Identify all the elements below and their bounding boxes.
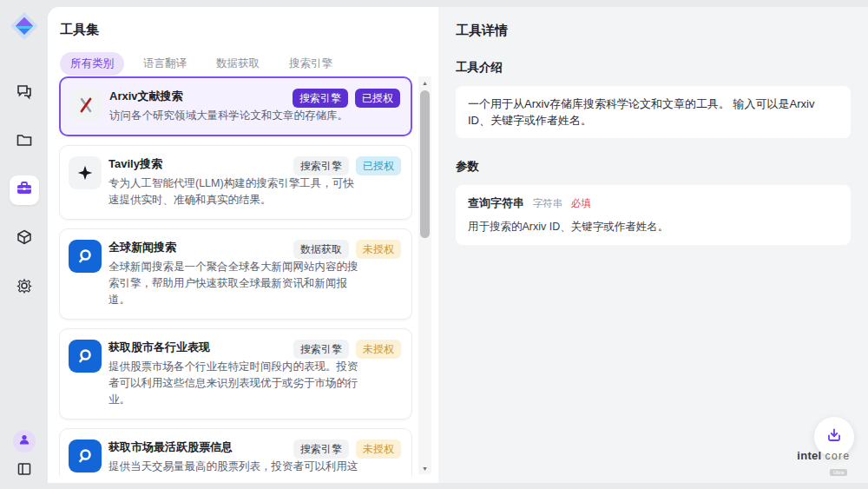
- cube-icon: [16, 228, 33, 249]
- app-logo: [9, 10, 40, 42]
- rail-bottom: [0, 430, 48, 480]
- params-heading: 参数: [456, 159, 851, 175]
- chat-icon: [16, 83, 33, 103]
- category-badge: 搜索引擎: [293, 439, 349, 459]
- intro-text-box: 一个用于从Arxiv存储库搜索科学论文和文章的工具。 输入可以是Arxiv ID…: [456, 86, 851, 138]
- param-description: 用于搜索的Arxiv ID、关键字或作者姓名。: [468, 219, 838, 235]
- tool-card-tavily[interactable]: Tavily搜索 专为人工智能代理(LLM)构建的搜索引擎工具，可快速提供实时、…: [59, 145, 412, 220]
- page-title: 工具集: [60, 22, 438, 38]
- juhe-search-icon: [69, 340, 102, 373]
- user-avatar[interactable]: [13, 430, 36, 453]
- param-header: 查询字符串 字符串 必填: [468, 195, 838, 212]
- download-icon: [825, 426, 843, 447]
- tab-data-fetch[interactable]: 数据获取: [206, 52, 270, 76]
- auth-status-badge: 已授权: [356, 156, 401, 175]
- sidebar-item-models[interactable]: [10, 224, 39, 254]
- param-card: 查询字符串 字符串 必填 用于搜索的Arxiv ID、关键字或作者姓名。: [456, 185, 851, 245]
- tool-list: Arxiv文献搜索 访问各个研究领域大量科学论文和文章的存储库。 搜索引擎 已授…: [59, 76, 412, 476]
- person-icon: [17, 433, 31, 450]
- intel-core-logo: intel core Ultra: [793, 449, 854, 478]
- left-rail: [0, 0, 48, 489]
- folder-icon: [16, 131, 33, 152]
- category-badge: 数据获取: [293, 240, 349, 259]
- sidebar-item-toolbox[interactable]: [10, 175, 39, 205]
- tool-card-arxiv[interactable]: Arxiv文献搜索 访问各个研究领域大量科学论文和文章的存储库。 搜索引擎 已授…: [59, 76, 412, 136]
- tool-description: 专为人工智能代理(LLM)构建的搜索引擎工具，可快速提供实时、准确和真实的结果。: [108, 175, 401, 208]
- rail-nav: [10, 78, 39, 302]
- sidebar-item-settings[interactable]: [10, 273, 39, 302]
- intel-wordmark: intel: [797, 449, 821, 462]
- tool-description: 全球新闻搜索是一个聚合全球各大新闻网站内容的搜索引擎，帮助用户快速获取全球最新资…: [108, 259, 401, 308]
- gear-icon: [16, 277, 33, 298]
- collapse-sidebar-button[interactable]: [16, 461, 32, 480]
- auth-status-badge: 未授权: [356, 439, 401, 459]
- tool-description: 访问各个研究领域大量科学论文和文章的存储库。: [109, 108, 400, 124]
- juhe-search-icon: [69, 240, 102, 273]
- tab-translation[interactable]: 语言翻译: [133, 52, 197, 76]
- auth-status-badge: 未授权: [356, 340, 401, 359]
- sidebar-item-files[interactable]: [10, 127, 39, 156]
- param-name: 查询字符串: [468, 196, 524, 209]
- tavily-star-icon: [69, 156, 102, 189]
- layout-panel-icon: [16, 465, 32, 479]
- detail-title: 工具详情: [456, 23, 851, 39]
- tab-search-engine[interactable]: 搜索引擎: [279, 52, 343, 76]
- tool-card-global-news[interactable]: 全球新闻搜索 全球新闻搜索是一个聚合全球各大新闻网站内容的搜索引擎，帮助用户快速…: [59, 228, 412, 320]
- category-tabs: 所有类别 语言翻译 数据获取 搜索引擎: [60, 52, 438, 76]
- arxiv-logo-icon: [69, 89, 102, 122]
- briefcase-icon: [16, 180, 33, 201]
- category-badge: 搜索引擎: [293, 156, 349, 175]
- main-panel: 工具集 所有类别 语言翻译 数据获取 搜索引擎 Arxiv文献搜索 访问各个研究…: [48, 7, 868, 483]
- tool-description: 提供股票市场各个行业在特定时间段内的表现。投资者可以利用这些信息来识别表现优于或…: [108, 359, 401, 408]
- tool-detail-pane: 工具详情 工具介绍 一个用于从Arxiv存储库搜索科学论文和文章的工具。 输入可…: [438, 7, 868, 483]
- juhe-search-icon: [69, 439, 102, 472]
- toolset-pane: 工具集 所有类别 语言翻译 数据获取 搜索引擎 Arxiv文献搜索 访问各个研究…: [48, 7, 438, 483]
- scrollbar-thumb[interactable]: [420, 90, 430, 238]
- param-required-badge: 必填: [571, 198, 591, 208]
- tool-card-active-stocks[interactable]: 获取市场最活跃股票信息 提供当天交易量最高的股票列表，投资者可以利用这些信息来识…: [59, 428, 412, 476]
- tool-description: 提供当天交易量最高的股票列表，投资者可以利用这些信息来识别流动性强的股票和潜在的…: [108, 459, 401, 476]
- core-wordmark: core: [825, 450, 850, 462]
- tool-card-stock-sectors[interactable]: 获取股市各行业表现 提供股票市场各个行业在特定时间段内的表现。投资者可以利用这些…: [59, 328, 412, 420]
- intro-text: 一个用于从Arxiv存储库搜索科学论文和文章的工具。 输入可以是Arxiv ID…: [468, 97, 814, 127]
- category-badge: 搜索引擎: [293, 89, 348, 108]
- auth-status-badge: 已授权: [355, 89, 400, 108]
- tab-all-categories[interactable]: 所有类别: [60, 52, 124, 76]
- list-scrollbar[interactable]: ▲ ▼: [418, 76, 431, 474]
- ultra-badge: Ultra: [830, 469, 848, 476]
- category-badge: 搜索引擎: [293, 340, 349, 359]
- intro-heading: 工具介绍: [456, 60, 851, 76]
- scroll-up-arrow-icon[interactable]: ▲: [418, 76, 431, 89]
- auth-status-badge: 未授权: [356, 240, 401, 259]
- param-type: 字符串: [533, 198, 563, 208]
- scroll-down-arrow-icon[interactable]: ▼: [418, 462, 431, 474]
- sidebar-item-chat[interactable]: [10, 78, 39, 108]
